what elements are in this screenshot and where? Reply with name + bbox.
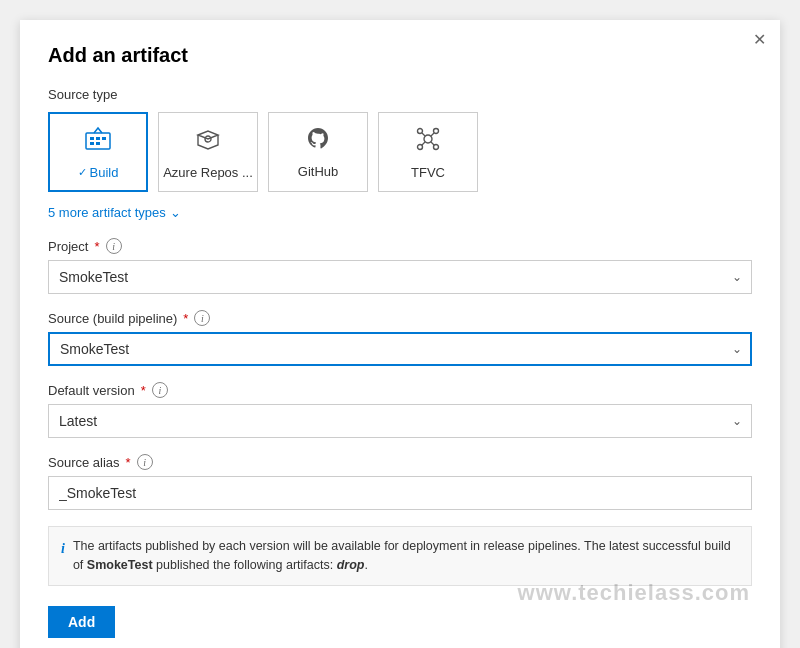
source-pipeline-select-wrapper: SmokeTest ⌄ — [48, 332, 752, 366]
default-version-select[interactable]: Latest — [48, 404, 752, 438]
info-circle-icon: i — [61, 538, 65, 559]
svg-point-7 — [424, 135, 432, 143]
info-message-text: The artifacts published by each version … — [73, 537, 739, 575]
svg-point-10 — [418, 144, 423, 149]
svg-line-15 — [431, 142, 434, 145]
build-icon — [84, 125, 112, 159]
github-icon — [305, 126, 331, 158]
dialog-title: Add an artifact — [48, 44, 752, 67]
svg-rect-0 — [86, 133, 110, 149]
source-pipeline-label: Source (build pipeline) * i — [48, 310, 752, 326]
add-artifact-dialog: ✕ Add an artifact Source type ✓ Build — [20, 20, 780, 648]
svg-rect-2 — [96, 137, 100, 140]
project-info-icon[interactable]: i — [106, 238, 122, 254]
source-pipeline-field-group: Source (build pipeline) * i SmokeTest ⌄ — [48, 310, 752, 366]
source-type-label: Source type — [48, 87, 752, 102]
source-type-build[interactable]: ✓ Build — [48, 112, 148, 192]
source-alias-field-group: Source alias * i _SmokeTest — [48, 454, 752, 510]
chevron-down-icon: ⌄ — [170, 205, 181, 220]
source-pipeline-required-mark: * — [183, 311, 188, 326]
default-version-label: Default version * i — [48, 382, 752, 398]
more-types-label: 5 more artifact types — [48, 205, 166, 220]
build-checkmark: ✓ — [78, 166, 87, 179]
add-button[interactable]: Add — [48, 606, 115, 638]
svg-line-12 — [422, 133, 425, 136]
source-pipeline-select[interactable]: SmokeTest — [48, 332, 752, 366]
tfvc-icon — [414, 125, 442, 159]
source-pipeline-info-icon[interactable]: i — [194, 310, 210, 326]
svg-rect-1 — [90, 137, 94, 140]
more-artifact-types-link[interactable]: 5 more artifact types ⌄ — [48, 205, 181, 220]
info-message-box: i The artifacts published by each versio… — [48, 526, 752, 586]
project-label: Project * i — [48, 238, 752, 254]
project-select-wrapper: SmokeTest ⌄ — [48, 260, 752, 294]
default-version-field-group: Default version * i Latest ⌄ — [48, 382, 752, 438]
svg-rect-5 — [96, 142, 100, 145]
source-alias-info-icon[interactable]: i — [137, 454, 153, 470]
source-type-build-label: Build — [90, 165, 119, 180]
source-type-azure-repos-label: Azure Repos ... — [163, 165, 253, 180]
svg-rect-3 — [102, 137, 106, 140]
project-required-mark: * — [94, 239, 99, 254]
azure-repos-icon — [194, 125, 222, 159]
svg-point-11 — [434, 144, 439, 149]
svg-point-8 — [418, 128, 423, 133]
project-select[interactable]: SmokeTest — [48, 260, 752, 294]
svg-line-13 — [431, 133, 434, 136]
source-alias-required-mark: * — [126, 455, 131, 470]
source-alias-input[interactable]: _SmokeTest — [48, 476, 752, 510]
source-type-tfvc-label: TFVC — [411, 165, 445, 180]
svg-point-9 — [434, 128, 439, 133]
svg-rect-4 — [90, 142, 94, 145]
project-field-group: Project * i SmokeTest ⌄ — [48, 238, 752, 294]
close-button[interactable]: ✕ — [753, 32, 766, 48]
default-version-required-mark: * — [141, 383, 146, 398]
source-type-selector: ✓ Build Azure Repos ... GitHub — [48, 112, 752, 192]
source-type-tfvc[interactable]: TFVC — [378, 112, 478, 192]
source-alias-label: Source alias * i — [48, 454, 752, 470]
default-version-select-wrapper: Latest ⌄ — [48, 404, 752, 438]
svg-line-14 — [422, 142, 425, 145]
source-type-github[interactable]: GitHub — [268, 112, 368, 192]
source-type-azure-repos[interactable]: Azure Repos ... — [158, 112, 258, 192]
default-version-info-icon[interactable]: i — [152, 382, 168, 398]
source-type-github-label: GitHub — [298, 164, 338, 179]
